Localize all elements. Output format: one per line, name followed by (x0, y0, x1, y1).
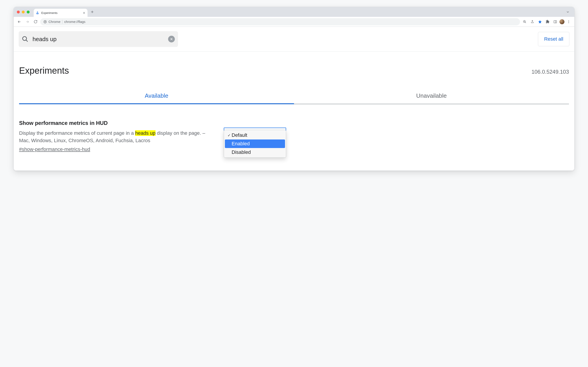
window-controls (17, 10, 30, 14)
flag-state-dropdown: ✓ Default Enabled Disabled (224, 130, 286, 158)
tab-strip: Experiments (14, 7, 574, 17)
flag-item: Show performance metrics in HUD Display … (19, 120, 569, 152)
option-label: Default (232, 132, 247, 138)
page-content: Reset all Experiments 106.0.5249.103 Ava… (14, 27, 574, 170)
flag-description: Display the performance metrics of curre… (19, 129, 214, 144)
flag-title: Show performance metrics in HUD (19, 120, 214, 126)
bookmark-star-icon[interactable] (537, 18, 543, 25)
window-minimize-button[interactable] (22, 10, 25, 14)
check-icon: ✓ (228, 133, 232, 137)
puzzle-icon[interactable] (544, 18, 551, 25)
search-input[interactable] (29, 35, 168, 43)
chrome-icon: Chrome (43, 20, 60, 24)
close-icon[interactable] (83, 12, 85, 14)
share-icon[interactable] (529, 18, 536, 25)
window-close-button[interactable] (17, 10, 20, 14)
browser-tab[interactable]: Experiments (34, 9, 88, 17)
zoom-icon[interactable] (521, 18, 528, 25)
search-highlight: heads up (135, 130, 155, 136)
option-label: Enabled (232, 141, 250, 147)
tab-available[interactable]: Available (19, 89, 294, 104)
svg-point-7 (23, 37, 27, 41)
divider (62, 20, 62, 24)
dropdown-option-disabled[interactable]: Disabled (225, 148, 285, 157)
toolbar-right (521, 18, 572, 25)
reload-button[interactable] (32, 18, 39, 25)
option-label: Disabled (232, 149, 251, 155)
search-icon (22, 36, 29, 42)
clear-search-button[interactable] (168, 36, 175, 42)
page-title: Experiments (19, 66, 69, 76)
svg-rect-3 (554, 20, 556, 23)
window-fullscreen-button[interactable] (27, 10, 30, 14)
url-text: chrome://flags (64, 20, 85, 24)
dropdown-option-default[interactable]: ✓ Default (225, 131, 285, 140)
browser-window: Experiments Chrome chro (14, 7, 574, 171)
back-button[interactable] (16, 18, 23, 25)
search-row: Reset all (14, 27, 574, 52)
svg-point-6 (568, 23, 569, 23)
flask-icon (36, 11, 40, 14)
profile-avatar[interactable] (559, 19, 564, 24)
tab-title: Experiments (41, 11, 81, 15)
svg-point-4 (568, 20, 569, 21)
browser-toolbar: Chrome chrome://flags (14, 17, 574, 27)
search-box[interactable] (19, 31, 178, 47)
origin-label: Chrome (48, 20, 60, 24)
tab-unavailable[interactable]: Unavailable (294, 89, 569, 104)
new-tab-button[interactable] (90, 9, 95, 14)
page-tabs: Available Unavailable (19, 89, 569, 104)
chrome-version: 106.0.5249.103 (532, 69, 569, 75)
tabs-dropdown-button[interactable] (564, 9, 571, 14)
flag-hash-link[interactable]: #show-performance-metrics-hud (19, 146, 90, 152)
flag-desc-before: Display the performance metrics of curre… (19, 130, 135, 136)
address-bar[interactable]: Chrome chrome://flags (40, 18, 520, 25)
dropdown-option-enabled[interactable]: Enabled (225, 140, 285, 148)
svg-point-5 (568, 21, 569, 22)
svg-point-1 (45, 21, 46, 22)
more-vert-icon[interactable] (565, 18, 572, 25)
sidepanel-icon[interactable] (552, 18, 559, 25)
reset-all-button[interactable]: Reset all (538, 32, 569, 46)
forward-button[interactable] (24, 18, 31, 25)
